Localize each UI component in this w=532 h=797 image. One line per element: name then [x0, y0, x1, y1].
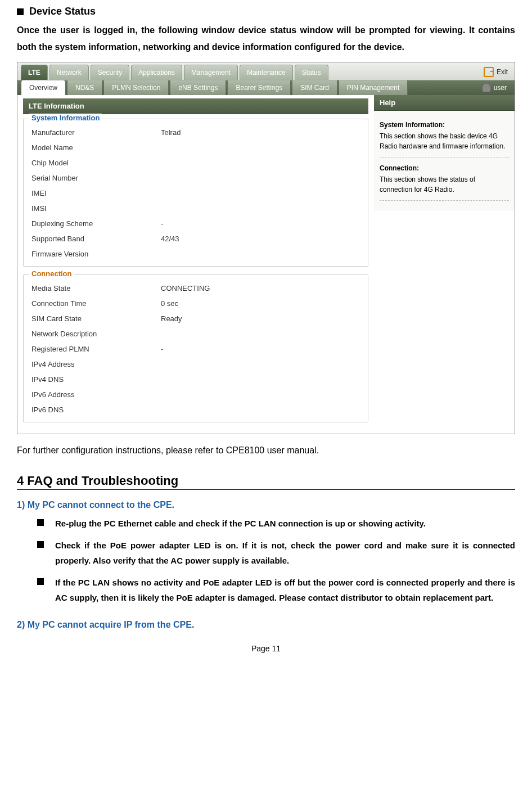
row-imsi: IMSI [31, 201, 360, 216]
row-serial: Serial Number [31, 170, 360, 186]
tab-lte[interactable]: LTE [21, 65, 48, 80]
row-ipv6-dns: IPv6 DNS [31, 402, 360, 417]
bullet-square-icon [37, 519, 44, 526]
faq-heading: 4 FAQ and Troubleshooting [17, 474, 515, 490]
subtab-bearer[interactable]: Bearer Settings [227, 80, 291, 95]
row-imei: IMEI [31, 186, 360, 201]
tab-network[interactable]: Network [49, 65, 89, 80]
exit-link[interactable]: Exit [484, 67, 508, 77]
row-net-desc: Network Description [31, 326, 360, 341]
row-manufacturer: ManufacturerTelrad [31, 125, 360, 140]
row-chip: Chip Model [31, 155, 360, 170]
row-ipv4: IPv4 Address [31, 357, 360, 372]
row-reg-plmn: Registered PLMN- [31, 341, 360, 357]
bullet-square-icon [17, 8, 24, 15]
tab-maintenance[interactable]: Maintenance [240, 65, 293, 80]
help-sys-heading: System Information: [380, 120, 509, 130]
user-label: user [494, 84, 507, 92]
system-info-legend: System Information [29, 114, 102, 122]
help-conn-body: This section shows the status of connect… [380, 174, 509, 195]
bullet-square-icon [37, 541, 44, 548]
row-sim-state: SIM Card StateReady [31, 311, 360, 326]
embedded-ui-screenshot: LTE Network Security Applications Manage… [17, 62, 515, 434]
row-ipv6: IPv6 Address [31, 387, 360, 402]
post-screenshot-text: For further configuration instructions, … [17, 443, 515, 458]
intro-paragraph: Once the user is logged in, the followin… [17, 22, 515, 56]
row-ipv4-dns: IPv4 DNS [31, 372, 360, 387]
faq-q2: 2) My PC cannot acquire IP from the CPE. [17, 620, 515, 630]
heading-text: Device Status [29, 6, 96, 17]
row-duplex: Duplexing Scheme- [31, 216, 360, 231]
row-conn-time: Connection Time0 sec [31, 296, 360, 311]
faq-q1-bullet2: Check if the PoE power adapter LED is on… [17, 538, 515, 568]
subtab-nds[interactable]: ND&S [67, 80, 102, 95]
exit-label: Exit [497, 68, 508, 76]
tab-security[interactable]: Security [91, 65, 129, 80]
help-body: System Information: This section shows t… [374, 111, 515, 211]
heading-device-status: Device Status [17, 6, 515, 17]
help-title: Help [374, 95, 515, 111]
subtab-overview[interactable]: Overview [21, 80, 66, 95]
content-row: LTE Information System Information Manuf… [17, 95, 515, 434]
faq-q1-bullet3: If the PC LAN shows no activity and PoE … [17, 575, 515, 605]
row-model: Model Name [31, 140, 360, 155]
subtab-pin[interactable]: PIN Management [339, 80, 408, 95]
row-media-state: Media StateCONNECTING [31, 281, 360, 296]
tab-status[interactable]: Status [295, 65, 328, 80]
sub-tab-bar: Overview ND&S PLMN Selection eNB Setting… [17, 80, 515, 95]
help-column: Help System Information: This section sh… [374, 95, 515, 434]
tab-applications[interactable]: Applications [131, 65, 182, 80]
tab-management[interactable]: Management [184, 65, 238, 80]
panel-title: LTE Information [23, 98, 368, 114]
main-column: LTE Information System Information Manuf… [17, 95, 374, 434]
system-info-panel: System Information ManufacturerTelrad Mo… [23, 119, 368, 267]
subtab-sim[interactable]: SIM Card [292, 80, 337, 95]
subtab-plmn[interactable]: PLMN Selection [103, 80, 169, 95]
header-right-links: Exit [480, 65, 511, 79]
help-sys-body: This section shows the basic device 4G R… [380, 131, 509, 151]
user-icon [483, 84, 490, 92]
help-conn-heading: Connection: [380, 163, 509, 173]
page-number: Page 11 [17, 644, 515, 653]
faq-q1: 1) My PC cannot connect to the CPE. [17, 500, 515, 510]
exit-icon [484, 67, 494, 77]
faq-q1-bullet1: Re-plug the PC Ethernet cable and check … [17, 516, 515, 531]
row-firmware: Firmware Version [31, 246, 360, 262]
main-tab-bar: LTE Network Security Applications Manage… [17, 62, 515, 80]
connection-panel: Connection Media StateCONNECTING Connect… [23, 274, 368, 422]
connection-legend: Connection [29, 269, 74, 278]
subtab-enb[interactable]: eNB Settings [170, 80, 226, 95]
row-band: Supported Band42/43 [31, 231, 360, 246]
bullet-square-icon [37, 578, 44, 585]
